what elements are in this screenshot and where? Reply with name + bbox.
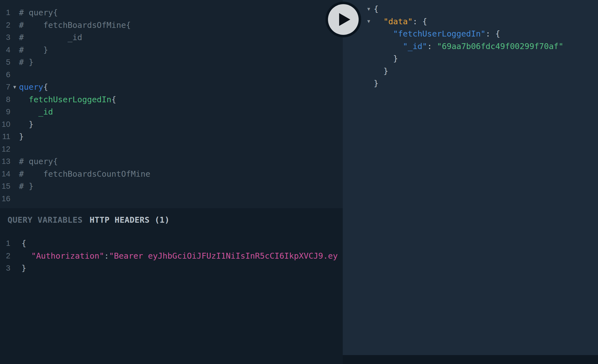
code-text: "fetchUserLoggedIn": {: [374, 29, 500, 38]
code-line: 14# fetchBoardsCountOfMine: [0, 168, 343, 180]
code-text: }: [19, 120, 33, 129]
code-text: }: [374, 66, 388, 76]
tab-query-variables[interactable]: QUERY VARIABLES: [8, 215, 82, 225]
line-number: 3: [0, 33, 10, 42]
query-editor-pane[interactable]: 1# query{2# fetchBoardsOfMine{3# _id4# }…: [0, 0, 343, 208]
code-line: "fetchUserLoggedIn": {: [343, 28, 598, 40]
code-line: 3# _id: [0, 31, 343, 44]
variables-pane: QUERY VARIABLES HTTP HEADERS (1) 1{2 "Au…: [0, 208, 343, 364]
code-text: "Authorization":"Bearer eyJhbGciOiJFUzI1…: [21, 251, 338, 261]
code-line: 8 fetchUserLoggedIn{: [0, 93, 343, 106]
code-line: 1{: [0, 237, 343, 250]
line-number: 4: [0, 45, 10, 54]
code-line: 2 "Authorization":"Bearer eyJhbGciOiJFUz…: [0, 250, 343, 262]
code-text: # query{: [19, 157, 58, 166]
code-text: # _id: [19, 33, 82, 42]
play-triangle-icon: [339, 13, 350, 26]
code-line: }: [343, 77, 598, 90]
line-number: 16: [0, 194, 10, 203]
line-number: 13: [0, 157, 10, 166]
code-line: 1# query{: [0, 6, 343, 19]
line-number: 5: [0, 58, 10, 67]
line-number: 2: [0, 21, 10, 30]
code-line: 3}: [0, 262, 343, 275]
line-number: 8: [0, 95, 10, 104]
code-line: 15# }: [0, 180, 343, 193]
code-line: 5# }: [0, 56, 343, 69]
code-text: fetchUserLoggedIn{: [19, 95, 116, 104]
code-text: # fetchBoardsOfMine{: [19, 20, 131, 30]
code-text: }: [19, 132, 24, 141]
query-editor-lines: 1# query{2# fetchBoardsOfMine{3# _id4# }…: [0, 0, 343, 205]
code-line: 11}: [0, 130, 343, 143]
play-icon: [328, 4, 359, 35]
code-line: 7▼query{: [0, 81, 343, 93]
code-line: 13# query{: [0, 155, 343, 168]
code-text: {: [21, 239, 26, 248]
code-text: }: [21, 263, 26, 273]
line-number: 10: [0, 120, 10, 129]
code-line: }: [343, 52, 598, 65]
line-number: 1: [0, 8, 10, 17]
response-pane: ▼{▼ "data": { "fetchUserLoggedIn": { "_i…: [343, 0, 598, 355]
code-line: }: [343, 65, 598, 77]
code-text: }: [374, 54, 398, 63]
code-line: 4# }: [0, 44, 343, 56]
code-text: # }: [19, 57, 33, 67]
code-text: {: [374, 4, 378, 14]
code-line: 12: [0, 143, 343, 156]
code-text: query{: [19, 82, 48, 92]
line-number: 15: [0, 182, 10, 191]
line-number: 2: [0, 251, 10, 260]
code-text: }: [374, 79, 378, 88]
code-line: "_id": "69aa7b06fdc49f00299f70af": [343, 40, 598, 53]
line-number: 9: [0, 107, 10, 116]
line-number: 14: [0, 169, 10, 178]
code-text: # fetchBoardsCountOfMine: [19, 169, 150, 179]
fold-arrow-icon[interactable]: ▼: [367, 19, 374, 24]
code-text: "_id": "69aa7b06fdc49f00299f70af": [374, 42, 563, 51]
code-line: 6: [0, 69, 343, 81]
bottom-tabs: QUERY VARIABLES HTTP HEADERS (1): [0, 208, 343, 232]
code-line: 16: [0, 193, 343, 205]
code-line: ▼{: [343, 3, 598, 15]
code-line: 10 }: [0, 118, 343, 131]
code-text: # }: [19, 45, 48, 55]
code-text: # query{: [19, 8, 58, 17]
fold-arrow-icon[interactable]: ▼: [10, 85, 19, 89]
execute-button[interactable]: [325, 2, 361, 37]
line-number: 11: [0, 132, 10, 141]
response-json-lines: ▼{▼ "data": { "fetchUserLoggedIn": { "_i…: [343, 0, 598, 90]
code-line: 9 _id: [0, 106, 343, 118]
line-number: 12: [0, 145, 10, 154]
line-number: 1: [0, 239, 10, 248]
line-number: 3: [0, 264, 10, 273]
code-text: _id: [19, 107, 53, 117]
code-line: 2# fetchBoardsOfMine{: [0, 19, 343, 31]
line-number: 6: [0, 70, 10, 79]
line-number: 7: [0, 82, 10, 91]
code-text: "data": {: [374, 17, 427, 26]
tab-http-headers[interactable]: HTTP HEADERS (1): [89, 215, 169, 225]
http-headers-editor-lines[interactable]: 1{2 "Authorization":"Bearer eyJhbGciOiJF…: [0, 232, 343, 275]
code-text: # }: [19, 181, 33, 191]
fold-arrow-icon[interactable]: ▼: [367, 7, 374, 11]
code-line: ▼ "data": {: [343, 15, 598, 28]
